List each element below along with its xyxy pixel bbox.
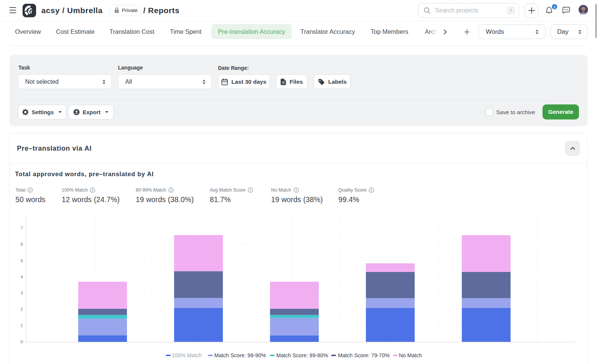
svg-text:Match Score: 99-90%: Match Score: 99-90% — [214, 352, 266, 358]
svg-text:5: 5 — [21, 258, 23, 263]
svg-text:No Match: No Match — [399, 352, 422, 358]
svg-text:0: 0 — [21, 340, 23, 344]
svg-text:4: 4 — [21, 275, 23, 279]
svg-text:6: 6 — [21, 242, 23, 246]
svg-text:100% Match: 100% Match — [172, 352, 202, 358]
svg-text:Match Score: 79-70%: Match Score: 79-70% — [338, 352, 390, 358]
svg-text:Match Score: 89-80%: Match Score: 89-80% — [276, 352, 328, 358]
svg-text:7: 7 — [21, 226, 23, 230]
svg-text:3: 3 — [21, 291, 23, 295]
svg-text:2: 2 — [21, 307, 23, 311]
svg-text:1: 1 — [21, 323, 23, 328]
